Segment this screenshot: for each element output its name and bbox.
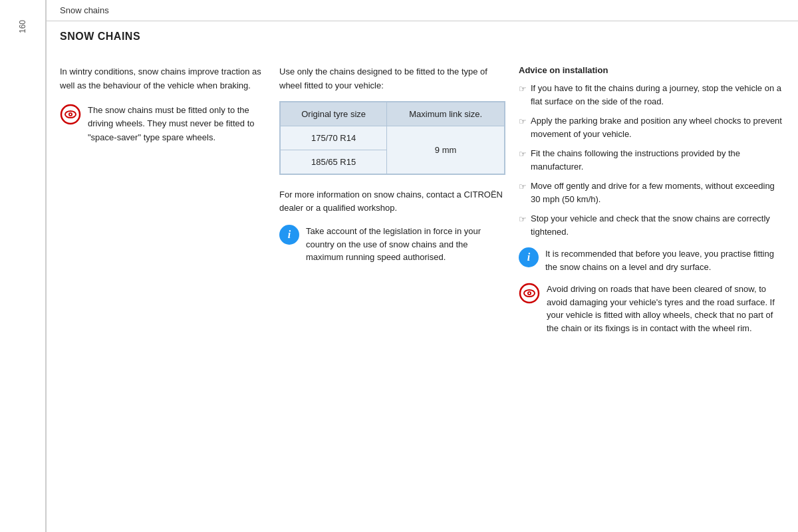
- bullet-list: ☞ If you have to fit the chains during a…: [519, 82, 785, 238]
- bullet-arrow-3: ☞: [519, 148, 527, 161]
- main-content: Snow chains SNOW CHAINS In wintry condit…: [47, 0, 798, 532]
- right-column: Advice on installation ☞ If you have to …: [519, 65, 785, 525]
- info-note-right: i It is recommended that before you leav…: [519, 247, 785, 273]
- bullet-text-5: Stop your vehicle and check that the sno…: [531, 212, 785, 238]
- link-size: 9 mm: [387, 126, 505, 174]
- eye-warning-icon-right: [519, 283, 540, 304]
- table-row: 175/70 R14 9 mm: [281, 126, 505, 150]
- sidebar: 160: [0, 0, 47, 532]
- intro-text: In wintry conditions, snow chains improv…: [60, 65, 266, 93]
- bullet-text-4: Move off gently and drive for a few mome…: [531, 180, 785, 205]
- bullet-item-4: ☞ Move off gently and drive for a few mo…: [519, 180, 785, 205]
- warning-text-left: The snow chains must be fitted only to t…: [88, 104, 266, 145]
- info-text-middle: Take account of the legislation in force…: [306, 225, 505, 264]
- svg-point-3: [70, 113, 71, 114]
- tyre-table: Original tyre size Maximum link size. 17…: [279, 101, 505, 175]
- info-icon-middle: i: [279, 225, 299, 245]
- bullet-item-2: ☞ Apply the parking brake and position a…: [519, 114, 785, 140]
- warning-text-right: Avoid driving on roads that have been cl…: [547, 283, 785, 334]
- left-column: In wintry conditions, snow chains improv…: [60, 65, 266, 525]
- info-text-right: It is recommended that before you leave,…: [545, 247, 785, 273]
- top-bar-label: Snow chains: [60, 5, 109, 15]
- middle-column: Use only the chains designed to be fitte…: [279, 65, 505, 525]
- middle-intro: Use only the chains designed to be fitte…: [279, 65, 505, 93]
- bullet-text-2: Apply the parking brake and position any…: [531, 114, 785, 140]
- tyre-size-2: 185/65 R15: [281, 150, 387, 174]
- content-area: In wintry conditions, snow chains improv…: [47, 52, 798, 532]
- eye-warning-icon: [60, 104, 81, 125]
- top-bar: Snow chains: [47, 0, 798, 21]
- bullet-item-1: ☞ If you have to fit the chains during a…: [519, 82, 785, 108]
- advice-title: Advice on installation: [519, 65, 785, 75]
- warning-note-right: Avoid driving on roads that have been cl…: [519, 283, 785, 334]
- col1-header: Original tyre size: [281, 102, 387, 126]
- bullet-arrow-4: ☞: [519, 180, 527, 194]
- bullet-text-3: Fit the chains following the instruction…: [531, 147, 785, 173]
- info-note-middle: i Take account of the legislation in for…: [279, 225, 505, 264]
- bullet-arrow-5: ☞: [519, 213, 527, 226]
- bullet-text-1: If you have to fit the chains during a j…: [531, 82, 785, 108]
- info-icon-right: i: [519, 247, 539, 267]
- col2-header: Maximum link size.: [387, 102, 505, 126]
- footer-text: For more information on snow chains, con…: [279, 188, 505, 216]
- bullet-arrow-2: ☞: [519, 115, 527, 128]
- bullet-item-3: ☞ Fit the chains following the instructi…: [519, 147, 785, 173]
- section-title: SNOW CHAINS: [60, 31, 785, 43]
- warning-note-left: The snow chains must be fitted only to t…: [60, 104, 266, 145]
- page-number: 160: [18, 20, 27, 33]
- bullet-arrow-1: ☞: [519, 82, 527, 96]
- tyre-size-1: 175/70 R14: [281, 126, 387, 150]
- bullet-item-5: ☞ Stop your vehicle and check that the s…: [519, 212, 785, 238]
- svg-point-7: [529, 293, 530, 294]
